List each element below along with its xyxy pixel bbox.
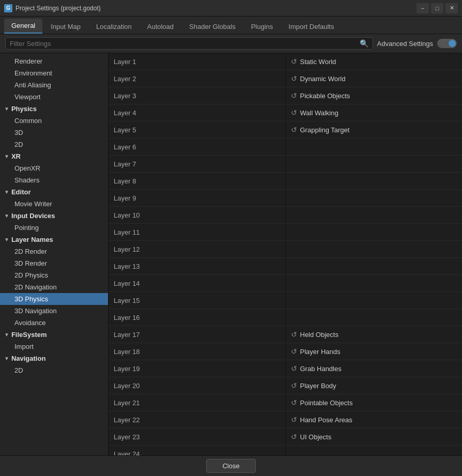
layers-panel: Layer 1Layer 2Layer 3Layer 4Layer 5Layer… (109, 53, 462, 455)
sidebar-item-import[interactable]: Import (0, 341, 108, 352)
layer-number-label: Layer 6 (114, 143, 155, 151)
reset-icon[interactable]: ↺ (291, 330, 297, 339)
layer-name-label: Grab Handles (300, 365, 457, 373)
tab-import-defaults[interactable]: Import Defaults (281, 20, 341, 34)
layer-row: Layer 17 (109, 326, 285, 343)
layer-number-label: Layer 7 (114, 160, 155, 168)
reset-icon[interactable]: ↺ (291, 109, 297, 117)
sidebar-item-avoidance[interactable]: Avoidance (0, 317, 108, 329)
sidebar-item-common[interactable]: Common (0, 115, 108, 127)
chevron-down-icon: ▼ (4, 237, 9, 242)
layer-row: Layer 18 (109, 343, 285, 360)
advanced-settings-toggle: Advanced Settings (377, 39, 457, 48)
sidebar-item-label: 3D (14, 129, 23, 136)
sidebar-item-2d-render[interactable]: 2D Render (0, 245, 108, 257)
sidebar-item-environment[interactable]: Environment (0, 67, 108, 79)
close-button[interactable]: Close (206, 459, 255, 473)
advanced-settings-switch[interactable] (437, 39, 457, 48)
sidebar-item-2d-physics[interactable]: 2D Physics (0, 269, 108, 281)
layer-number-label: Layer 18 (114, 348, 155, 356)
reset-icon[interactable]: ↺ (291, 381, 297, 390)
layer-name-row (286, 292, 463, 309)
layer-number-label: Layer 10 (114, 211, 155, 219)
layer-name-row: ↺Pickable Objects (286, 87, 463, 104)
sidebar-item-label: Input Devices (11, 212, 55, 220)
layer-number-label: Layer 8 (114, 177, 155, 185)
search-icon: 🔍 (360, 39, 368, 48)
sidebar-item-label: 2D Render (14, 248, 47, 255)
chevron-down-icon: ▼ (4, 153, 9, 159)
layer-row: Layer 24 (109, 446, 285, 455)
layer-row: Layer 21 (109, 394, 285, 411)
sidebar-item-openxr[interactable]: OpenXR (0, 162, 108, 174)
tab-autoload[interactable]: Autoload (140, 20, 181, 34)
title-bar: G Project Settings (project.godot) − □ ✕ (0, 0, 462, 17)
reset-icon[interactable]: ↺ (291, 57, 297, 66)
sidebar-item-3d[interactable]: 3D (0, 127, 108, 139)
layer-name-row: ↺Dynamic World (286, 70, 463, 87)
sidebar-item-anti-aliasing[interactable]: Anti Aliasing (0, 79, 108, 91)
layer-row: Layer 16 (109, 309, 285, 326)
layer-number-label: Layer 2 (114, 75, 155, 83)
sidebar-item-label: Viewport (14, 93, 40, 101)
sidebar-item-3d-navigation[interactable]: 3D Navigation (0, 305, 108, 317)
sidebar-item-label: Renderer (14, 57, 42, 65)
sidebar-item-3d-render[interactable]: 3D Render (0, 257, 108, 269)
sidebar-item-label: Editor (11, 188, 31, 196)
reset-icon[interactable]: ↺ (291, 416, 297, 424)
sidebar-item-label: Import (14, 343, 34, 350)
reset-icon[interactable]: ↺ (291, 91, 297, 100)
sidebar-item-movie-writer[interactable]: Movie Writer (0, 198, 108, 210)
sidebar-item-label: 3D Physics (14, 295, 48, 303)
reset-icon[interactable]: ↺ (291, 347, 297, 356)
layer-name-row (286, 190, 463, 207)
sidebar-item-renderer[interactable]: Renderer (0, 55, 108, 67)
layer-row: Layer 19 (109, 360, 285, 377)
sidebar-section-editor[interactable]: ▼ Editor (0, 186, 108, 198)
layer-number-label: Layer 22 (114, 416, 155, 424)
layer-row: Layer 23 (109, 428, 285, 446)
reset-icon[interactable]: ↺ (291, 74, 297, 83)
reset-icon[interactable]: ↺ (291, 398, 297, 407)
sidebar-item-label: Shaders (14, 176, 39, 184)
layer-number-label: Layer 24 (114, 450, 155, 456)
tab-shader-globals[interactable]: Shader Globals (182, 20, 243, 34)
layer-number-label: Layer 1 (114, 58, 155, 66)
sidebar-section-physics[interactable]: ▼ Physics (0, 103, 108, 115)
sidebar-item-pointing[interactable]: Pointing (0, 222, 108, 234)
chevron-down-icon: ▼ (4, 106, 9, 112)
sidebar-item-nav-2d[interactable]: 2D (0, 364, 108, 376)
layer-name-label: Pointable Objects (300, 399, 457, 407)
layer-number-label: Layer 16 (114, 314, 155, 321)
reset-icon[interactable]: ↺ (291, 433, 297, 441)
sidebar-item-label: XR (11, 152, 21, 160)
close-window-button[interactable]: ✕ (445, 3, 458, 13)
sidebar-section-navigation[interactable]: ▼ Navigation (0, 352, 108, 364)
sidebar-item-2d-navigation[interactable]: 2D Navigation (0, 281, 108, 293)
sidebar-section-layer-names[interactable]: ▼ Layer Names (0, 234, 108, 245)
sidebar-item-3d-physics[interactable]: 3D Physics (0, 293, 108, 305)
layer-row: Layer 9 (109, 190, 285, 207)
sidebar-section-input-devices[interactable]: ▼ Input Devices (0, 210, 108, 222)
layer-row: Layer 2 (109, 70, 285, 87)
layer-number-label: Layer 21 (114, 399, 155, 407)
filter-settings-input[interactable] (10, 40, 358, 48)
sidebar-item-2d[interactable]: 2D (0, 139, 108, 150)
layer-row: Layer 8 (109, 173, 285, 190)
sidebar-section-filesystem[interactable]: ▼ FileSystem (0, 329, 108, 341)
layer-name-row: ↺Held Objects (286, 326, 463, 343)
sidebar-item-shaders[interactable]: Shaders (0, 174, 108, 186)
sidebar-item-viewport[interactable]: Viewport (0, 91, 108, 103)
footer: Close (0, 455, 462, 476)
tab-general[interactable]: General (4, 19, 42, 34)
minimize-button[interactable]: − (417, 3, 429, 13)
layer-row: Layer 1 (109, 53, 285, 70)
tab-plugins[interactable]: Plugins (244, 20, 281, 34)
reset-icon[interactable]: ↺ (291, 126, 297, 134)
sidebar-section-xr[interactable]: ▼ XR (0, 150, 108, 162)
tab-localization[interactable]: Localization (89, 20, 139, 34)
maximize-button[interactable]: □ (431, 3, 443, 13)
reset-icon[interactable]: ↺ (291, 364, 297, 373)
filter-bar: 🔍 Advanced Settings (0, 34, 462, 53)
tab-input-map[interactable]: Input Map (43, 20, 88, 34)
